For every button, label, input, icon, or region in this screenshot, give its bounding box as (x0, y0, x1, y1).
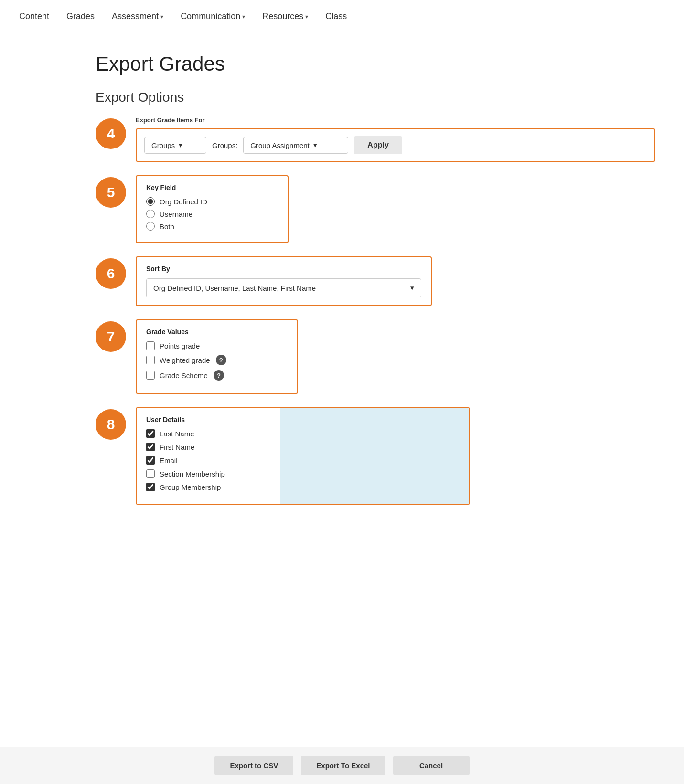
sort-by-heading: Sort By (146, 265, 421, 273)
main-content: Export Grades Export Options 4 Export Gr… (0, 33, 684, 537)
nav-class[interactable]: Class (325, 11, 347, 21)
step-4-content: Export Grade Items For Groups ▾ Groups: … (136, 117, 655, 162)
chevron-down-icon: ▾ (410, 284, 414, 292)
cancel-button[interactable]: Cancel (393, 756, 470, 775)
group-assignment-select[interactable]: Group Assignment ▾ (243, 137, 348, 154)
nav-content[interactable]: Content (19, 11, 49, 21)
step-5-content: Key Field Org Defined ID Username Both (136, 175, 655, 243)
radio-both-input[interactable] (146, 222, 155, 231)
checkbox-weighted-grade-input[interactable] (146, 356, 155, 364)
grade-values-box: Grade Values Points grade Weighted grade… (136, 319, 298, 394)
key-field-box: Key Field Org Defined ID Username Both (136, 175, 289, 243)
checkbox-points-grade-input[interactable] (146, 341, 155, 350)
checkbox-last-name[interactable]: Last Name (146, 429, 270, 438)
chevron-down-icon: ▾ (313, 141, 317, 149)
checkbox-email[interactable]: Email (146, 456, 270, 465)
points-grade-label: Points grade (160, 342, 200, 350)
checkbox-first-name-input[interactable] (146, 443, 155, 451)
radio-username-input[interactable] (146, 210, 155, 218)
first-name-label: First Name (160, 443, 194, 451)
checkbox-section-membership-input[interactable] (146, 469, 155, 478)
radio-username-label: Username (160, 210, 192, 218)
checkbox-group-membership-input[interactable] (146, 483, 155, 491)
nav-assessment[interactable]: Assessment ▾ (112, 11, 163, 21)
checkbox-first-name[interactable]: First Name (146, 443, 270, 451)
groups-select[interactable]: Groups ▾ (144, 137, 206, 154)
step-4-box: Groups ▾ Groups: Group Assignment ▾ Appl… (136, 128, 655, 162)
apply-button[interactable]: Apply (354, 136, 402, 154)
user-details-box: User Details Last Name First Name Email (137, 408, 280, 504)
key-field-heading: Key Field (146, 184, 278, 191)
nav-resources[interactable]: Resources ▾ (262, 11, 308, 21)
step-7-content: Grade Values Points grade Weighted grade… (136, 319, 655, 394)
group-membership-label: Group Membership (160, 483, 221, 491)
step-8-badge: 8 (96, 409, 126, 440)
groups-colon-label: Groups: (212, 141, 237, 149)
user-details-heading: User Details (146, 416, 270, 424)
chevron-down-icon: ▾ (305, 13, 308, 20)
step-4-badge: 4 (96, 118, 126, 149)
section-title: Export Options (96, 90, 655, 105)
checkbox-weighted-grade[interactable]: Weighted grade ? (146, 355, 288, 365)
radio-both-label: Both (160, 222, 174, 231)
nav-grades[interactable]: Grades (66, 11, 95, 21)
step-6-badge: 6 (96, 258, 126, 289)
export-excel-button[interactable]: Export To Excel (301, 756, 385, 775)
grade-scheme-help-icon[interactable]: ? (214, 370, 224, 381)
step-7-badge: 7 (96, 321, 126, 352)
footer: Export to CSV Export To Excel Cancel (0, 747, 684, 784)
chevron-down-icon: ▾ (160, 13, 163, 20)
page-title: Export Grades (96, 53, 655, 75)
checkbox-section-membership[interactable]: Section Membership (146, 469, 270, 478)
step-6-content: Sort By Org Defined ID, Username, Last N… (136, 256, 655, 306)
nav-bar: Content Grades Assessment ▾ Communicatio… (0, 0, 684, 33)
user-details-right-panel (280, 408, 469, 504)
checkbox-points-grade[interactable]: Points grade (146, 341, 288, 350)
sort-by-box: Sort By Org Defined ID, Username, Last N… (136, 256, 432, 306)
step-5-badge: 5 (96, 177, 126, 208)
checkbox-group-membership[interactable]: Group Membership (146, 483, 270, 491)
step-7-row: 7 Grade Values Points grade Weighted gra… (96, 319, 655, 394)
checkbox-grade-scheme[interactable]: Grade Scheme ? (146, 370, 288, 381)
radio-username[interactable]: Username (146, 210, 278, 218)
radio-org-defined-id[interactable]: Org Defined ID (146, 197, 278, 206)
step-8-row: 8 User Details Last Name First Name Ema (96, 407, 655, 505)
checkbox-last-name-input[interactable] (146, 429, 155, 438)
nav-communication[interactable]: Communication ▾ (181, 11, 245, 21)
checkbox-email-input[interactable] (146, 456, 155, 465)
step-8-content: User Details Last Name First Name Email (136, 407, 655, 505)
grade-values-heading: Grade Values (146, 328, 288, 336)
step-6-row: 6 Sort By Org Defined ID, Username, Last… (96, 256, 655, 306)
radio-org-defined-id-input[interactable] (146, 197, 155, 206)
radio-org-defined-id-label: Org Defined ID (160, 198, 207, 206)
step-4-row: 4 Export Grade Items For Groups ▾ Groups… (96, 117, 655, 162)
chevron-down-icon: ▾ (242, 13, 245, 20)
section-membership-label: Section Membership (160, 470, 225, 478)
export-csv-button[interactable]: Export to CSV (214, 756, 293, 775)
weighted-grade-label: Weighted grade (160, 356, 210, 364)
last-name-label: Last Name (160, 430, 194, 438)
radio-both[interactable]: Both (146, 222, 278, 231)
chevron-down-icon: ▾ (179, 141, 182, 149)
export-grade-items-label: Export Grade Items For (136, 117, 655, 124)
step-5-row: 5 Key Field Org Defined ID Username Both (96, 175, 655, 243)
grade-scheme-label: Grade Scheme (160, 371, 208, 380)
weighted-grade-help-icon[interactable]: ? (216, 355, 226, 365)
checkbox-grade-scheme-input[interactable] (146, 371, 155, 380)
user-details-outer: User Details Last Name First Name Email (136, 407, 470, 505)
email-label: Email (160, 456, 178, 465)
sort-by-select[interactable]: Org Defined ID, Username, Last Name, Fir… (146, 278, 421, 297)
